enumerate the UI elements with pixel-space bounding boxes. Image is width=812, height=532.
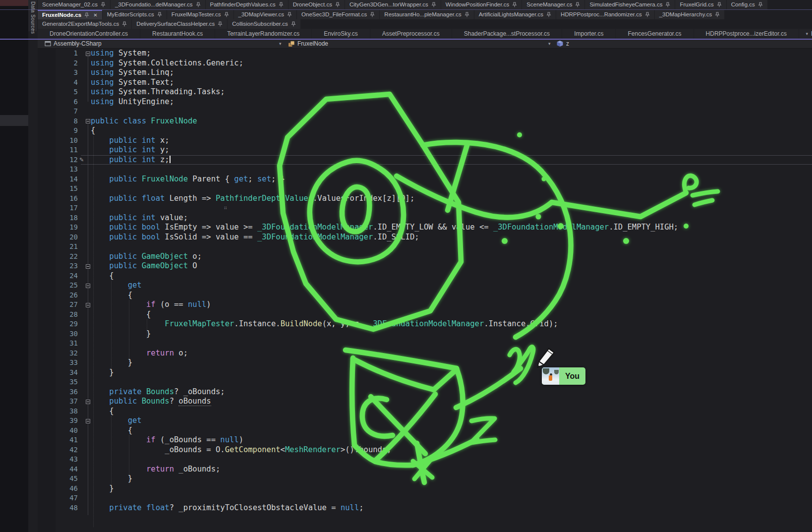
code-line-3: using System.Linq;: [91, 68, 812, 78]
tab-label: RestaurantHo...pleManager.cs: [384, 11, 461, 17]
collapse-region-toggle[interactable]: [86, 419, 90, 423]
pin-icon[interactable]: [196, 2, 201, 7]
tab-hdrppostproce-izereditor-cs[interactable]: HDRPPostproce...izerEditor.cs: [694, 29, 799, 39]
tab-shaderpackage-stprocessor-cs[interactable]: ShaderPackage...stProcessor.cs: [452, 29, 562, 39]
tab-collisionsubscriber-cs[interactable]: CollisionSubscriber.cs: [228, 19, 300, 29]
tab-label: _3DFoundatio...delManager.cs: [115, 1, 193, 7]
pin-icon[interactable]: [122, 21, 127, 27]
code-line-24: {: [91, 271, 812, 281]
code-line-27: if (o == null): [91, 300, 812, 310]
collapse-region-toggle[interactable]: [86, 264, 90, 269]
pin-icon[interactable]: [546, 12, 551, 17]
tab-label: AssetPreprocessor.cs: [382, 30, 440, 37]
pin-icon[interactable]: [715, 12, 720, 17]
tool-window-tab-data-sources[interactable]: Data Sources: [28, 0, 38, 31]
pin-icon[interactable]: [575, 2, 580, 7]
code-line-22: public GameObject o;: [91, 252, 812, 262]
tab-droneobject-cs[interactable]: DroneObject.cs: [289, 0, 345, 9]
pin-icon[interactable]: [279, 2, 284, 7]
tab-overflow-icon[interactable]: ▾: [806, 31, 808, 36]
code-line-37: public Bounds? oBounds: [91, 397, 812, 407]
collapse-region-toggle[interactable]: [86, 303, 90, 307]
pin-icon[interactable]: [157, 12, 162, 17]
code-line-28: {: [91, 310, 812, 320]
project-dropdown-chevron-icon[interactable]: ▾: [279, 41, 282, 46]
tab-fruxelgrid-cs[interactable]: FruxelGrid.cs: [675, 0, 726, 9]
tab-label: FencesGenerator.cs: [628, 30, 681, 37]
code-line-46: }: [91, 484, 812, 494]
pin-icon[interactable]: [101, 2, 106, 7]
collapse-region-toggle[interactable]: [86, 119, 90, 123]
code-editor[interactable]: 123456789101112✎131415161718192021222324…: [38, 49, 812, 532]
tab-artificiallightsmanager-cs[interactable]: ArtificialLightsManager.cs: [474, 10, 556, 19]
tab-close-icon[interactable]: ✕: [93, 12, 97, 18]
tab--3dmaphierarchy-cs[interactable]: _3DMapHierarchy.cs: [655, 10, 725, 19]
tab-fencesgenerator-cs[interactable]: FencesGenerator.cs: [616, 29, 693, 39]
type-dropdown-chevron-icon[interactable]: ▾: [548, 41, 551, 46]
tab-droneorientationcontroller-cs[interactable]: DroneOrientationController.cs: [38, 29, 140, 39]
type-dropdown[interactable]: FruxelNode: [288, 40, 328, 48]
left-dock-rail: [0, 0, 28, 532]
code-text-area[interactable]: using System;using System.Collections.Ge…: [38, 49, 812, 532]
pin-icon[interactable]: [291, 21, 296, 27]
tab-assetpreprocessor-cs[interactable]: AssetPreprocessor.cs: [370, 29, 452, 39]
tab-row-2: FruxelNode.cs✕MyEditorScripts.csFruxelMa…: [38, 10, 812, 19]
member-name: z: [566, 40, 569, 47]
tab-row-1: SceneManager_02.cs_3DFoundatio...delMana…: [38, 0, 812, 9]
pin-icon[interactable]: [665, 2, 670, 7]
tab-citygen3dgen-torwrapper-cs[interactable]: CityGen3DGen...torWrapper.cs: [345, 0, 441, 9]
tab--3dfoundatio-delmanager-cs[interactable]: _3DFoundatio...delManager.cs: [111, 0, 205, 9]
member-dropdown[interactable]: z: [556, 40, 569, 48]
tab-terrainlayerrandomizer-cs[interactable]: TerrainLayerRandomizer.cs: [215, 29, 311, 39]
tab-fruxelmaptester-cs[interactable]: FruxelMapTester.cs: [167, 10, 233, 19]
pin-icon[interactable]: [645, 12, 650, 17]
tab-envirosky-cs[interactable]: EnviroSky.cs: [312, 29, 369, 39]
tab-generator2exportmaptools-cs[interactable]: Generator2ExportMapTools.cs: [38, 19, 131, 29]
tab-row-3: Generator2ExportMapTools.csDeliverySurfa…: [38, 19, 812, 29]
code-line-23: public GameObject O: [91, 261, 812, 271]
pin-icon[interactable]: [758, 2, 763, 7]
pin-icon[interactable]: [512, 2, 517, 7]
code-line-1: using System;: [91, 49, 812, 59]
pin-icon[interactable]: [84, 12, 89, 18]
code-line-5: using System.Threading.Tasks;: [91, 87, 812, 97]
pin-icon[interactable]: [370, 12, 375, 17]
tab-onesec3d-fileformat-cs[interactable]: OneSec3D_FileFormat.cs: [297, 10, 379, 19]
code-line-29: FruxelMapTester.Instance.BuildNode(x, y,…: [91, 319, 812, 329]
pin-icon[interactable]: [717, 2, 722, 7]
pin-icon[interactable]: [335, 2, 340, 7]
tab-label: FruxelNode.cs: [42, 12, 81, 18]
tab-restaurantho-plemanager-cs[interactable]: RestaurantHo...pleManager.cs: [380, 10, 473, 19]
code-line-36: private Bounds? _oBounds;: [91, 387, 812, 397]
collapse-region-toggle[interactable]: [86, 284, 90, 288]
code-line-48: private float? _proximityToClosestObstac…: [91, 503, 812, 513]
project-dropdown[interactable]: Assembly-CSharp: [45, 40, 102, 48]
tab-label: MyEditorScripts.cs: [107, 11, 154, 17]
tab-pathfinderdepthvalues-cs[interactable]: PathfinderDepthValues.cs: [206, 0, 288, 9]
code-line-38: {: [91, 407, 812, 416]
tab-label: CollisionSubscriber.cs: [232, 21, 288, 27]
tab-restauranthook-cs[interactable]: RestaurantHook.cs: [140, 29, 215, 39]
tab-scenemanager-cs[interactable]: SceneManager.cs: [522, 0, 584, 9]
tab-myeditorscripts-cs[interactable]: MyEditorScripts.cs: [103, 10, 167, 19]
code-line-40: {: [91, 426, 812, 436]
tab-hdrppostproc-randomizer-cs[interactable]: HDRPPostproc...Randomizer.cs: [556, 10, 654, 19]
pin-icon[interactable]: [464, 12, 469, 17]
tab-fruxelnode-cs[interactable]: FruxelNode.cs✕: [38, 10, 102, 19]
pin-icon[interactable]: [287, 12, 292, 17]
collapsed-panel-stub: [0, 115, 28, 126]
tab--3dmapviewer-cs[interactable]: _3DMapViewer.cs: [234, 10, 296, 19]
collapse-region-toggle[interactable]: [86, 52, 90, 56]
code-line-39: get: [91, 416, 812, 426]
tab-simulatedfisheyecamera-cs[interactable]: SimulatedFisheyeCamera.cs: [585, 0, 675, 9]
tab-deliverysurfaceclasshelper-cs[interactable]: DeliverySurfaceClassHelper.cs: [132, 19, 227, 29]
pin-icon[interactable]: [218, 21, 223, 27]
tab-scenemanager-02-cs[interactable]: SceneManager_02.cs: [38, 0, 110, 9]
pin-icon[interactable]: [431, 2, 436, 7]
tab-config-cs[interactable]: Config.cs: [727, 0, 767, 9]
collapse-region-toggle[interactable]: [86, 400, 90, 404]
class-icon: [288, 41, 295, 47]
tab-importer-cs[interactable]: Importer.cs: [562, 29, 615, 39]
pin-icon[interactable]: [224, 12, 229, 17]
tab-windowpositionfinder-cs[interactable]: WindowPositionFinder.cs: [441, 0, 522, 9]
